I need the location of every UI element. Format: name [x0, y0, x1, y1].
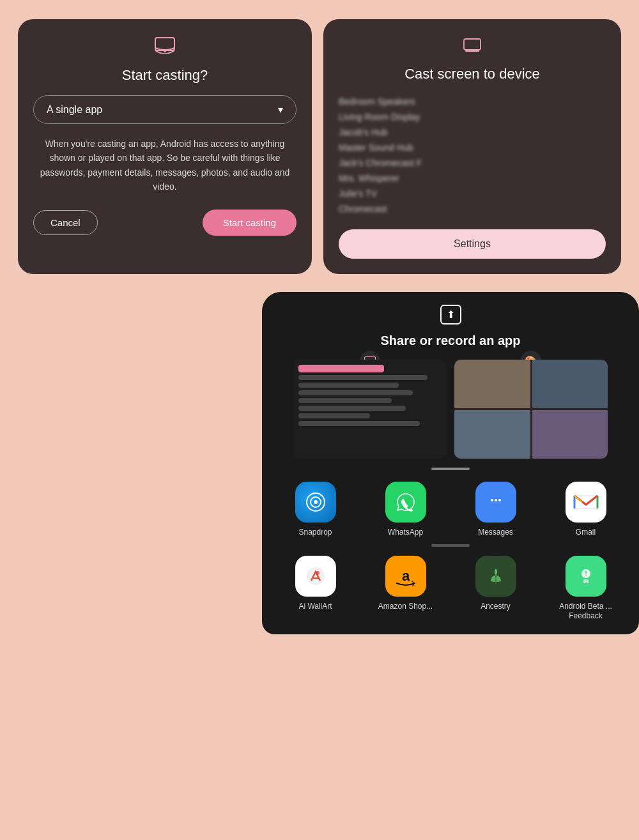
upload-box-icon: ⬆: [440, 305, 461, 325]
app-item-ancestry[interactable]: Ancestry: [454, 556, 537, 622]
cancel-button[interactable]: Cancel: [33, 210, 98, 235]
gmail-icon-el: [566, 482, 606, 523]
casting-description: When you're casting an app, Android has …: [33, 137, 296, 194]
app-label-messages: Messages: [478, 528, 513, 538]
device-item[interactable]: Mrs. Whisperer: [339, 171, 606, 186]
app-grid-row2: Ai WallArt a Amazon Shop...: [262, 556, 639, 622]
start-casting-button[interactable]: Start casting: [203, 210, 296, 236]
app-label-snapdrop: Snapdrop: [298, 528, 332, 538]
dropdown-value: A single app: [47, 104, 102, 116]
app-item-amazon[interactable]: a Amazon Shop...: [364, 556, 447, 622]
device-item[interactable]: Julie's TV: [339, 186, 606, 201]
chevron-down-icon: ▾: [278, 103, 283, 116]
app-label-ancestry: Ancestry: [481, 602, 511, 612]
app-selector-dropdown[interactable]: A single app ▾: [33, 95, 296, 124]
device-item[interactable]: Jack's Chromecast F: [339, 155, 606, 171]
thumb-image-1: [293, 360, 447, 459]
androidbeta-icon-el: ! BUG: [566, 556, 606, 597]
app-item-androidbeta[interactable]: ! BUG Android Beta ...Feedback: [544, 556, 627, 622]
cast-screen-card: Cast screen to device Bedroom Speakers L…: [323, 19, 621, 274]
svg-point-10: [495, 499, 497, 501]
app-label-wallart: Ai WallArt: [298, 602, 332, 612]
messages-icon-el: [475, 482, 516, 523]
share-panel-title: Share or record an app: [262, 333, 639, 348]
svg-point-1: [164, 50, 166, 52]
amazon-icon-el: a: [385, 556, 426, 597]
start-casting-card: Start casting? A single app ▾ When you'r…: [18, 19, 312, 274]
device-item[interactable]: Master Sound Hub: [339, 140, 606, 155]
app-item-messages[interactable]: Messages: [454, 482, 537, 538]
svg-point-9: [491, 499, 493, 501]
device-list: Bedroom Speakers Living Room Display Jac…: [339, 94, 606, 217]
svg-point-13: [316, 571, 320, 575]
app-item-snapdrop[interactable]: Snapdrop: [273, 482, 357, 538]
ancestry-icon-el: [475, 556, 516, 597]
thumbnail-cast-app[interactable]: [293, 360, 447, 459]
share-upload-icon: ⬆: [262, 305, 639, 325]
cast-icon-right: [339, 37, 606, 57]
cast-screen-title: Cast screen to device: [339, 66, 606, 82]
thumbnail-photos-app[interactable]: 🎨: [454, 360, 608, 459]
app-item-gmail[interactable]: Gmail: [544, 482, 627, 538]
app-label-whatsapp: WhatsApp: [388, 528, 423, 538]
wallart-icon-el: [295, 556, 336, 597]
app-label-amazon: Amazon Shop...: [378, 602, 433, 612]
device-item[interactable]: Chromecast: [339, 201, 606, 217]
app-grid: Snapdrop WhatsApp Messages: [262, 482, 639, 538]
whatsapp-icon-el: [385, 482, 426, 523]
device-item[interactable]: Bedroom Speakers: [339, 94, 606, 109]
share-panel: ⬆ Share or record an app: [262, 292, 639, 634]
device-item[interactable]: Jacob's Hub: [339, 125, 606, 140]
thumb-image-2: [454, 360, 608, 459]
svg-text:a: a: [401, 568, 410, 584]
svg-point-11: [498, 499, 501, 501]
svg-text:!: !: [585, 570, 587, 577]
svg-rect-2: [464, 39, 481, 50]
app-item-whatsapp[interactable]: WhatsApp: [364, 482, 447, 538]
scroll-indicator: [431, 468, 470, 470]
casting-actions: Cancel Start casting: [33, 210, 296, 236]
app-thumbnails-row: 🎨: [262, 360, 639, 459]
app-label-gmail: Gmail: [576, 528, 596, 538]
app-label-androidbeta: Android Beta ...Feedback: [559, 602, 612, 622]
cast-icon-left: [33, 37, 296, 58]
casting-title: Start casting?: [33, 67, 296, 84]
app-item-wallart[interactable]: Ai WallArt: [273, 556, 357, 622]
device-item[interactable]: Living Room Display: [339, 109, 606, 125]
settings-button[interactable]: Settings: [339, 229, 606, 259]
snapdrop-icon: [295, 482, 336, 523]
svg-point-12: [307, 567, 325, 585]
svg-point-8: [314, 500, 318, 504]
grid-divider: [431, 544, 470, 547]
svg-text:BUG: BUG: [581, 579, 591, 583]
